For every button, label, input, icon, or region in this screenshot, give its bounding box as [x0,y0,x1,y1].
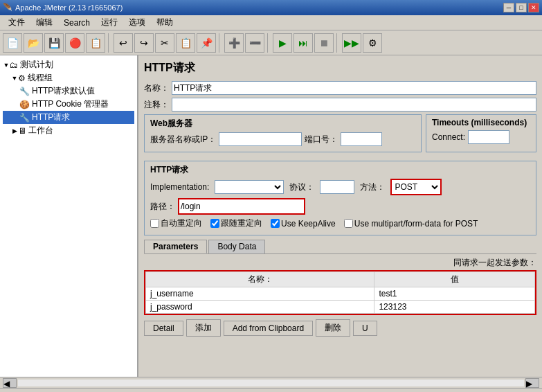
expand-icon-3[interactable]: ▶ [11,127,18,134]
toolbar-sep1 [108,33,111,53]
server-label: 服务器名称或IP： [150,134,216,145]
toolbar-redo[interactable]: ↪ [134,33,154,53]
hscrollbar[interactable]: ◀ ▶ [0,377,542,388]
expand-icon[interactable]: ▼ [3,62,10,69]
impl-select[interactable] [215,180,284,194]
http-defaults-icon: 🔧 [19,87,30,96]
timeouts-title: Timeouts (milliseconds) [432,118,530,127]
connect-input[interactable] [468,130,509,144]
name-row: 名称： [144,81,536,95]
toolbar-sep2 [219,33,222,53]
menu-options[interactable]: 选项 [123,15,151,30]
port-label: 端口号： [305,134,338,145]
checkbox-keepalive[interactable]: Use KeepAlive [271,219,336,229]
add-button[interactable]: 添加 [186,319,221,337]
tree-label-workbench: 工作台 [28,125,53,136]
keepalive-label: Use KeepAlive [281,219,336,229]
protocol-input[interactable] [320,180,354,194]
params-table: 名称： 值 j_username test1 j_password 123123 [145,271,535,314]
name-label: 名称： [144,82,169,94]
maximize-button[interactable]: □ [516,3,527,12]
add-from-clipboard-button[interactable]: Add from Clipboard [224,321,313,336]
redirect-checkbox[interactable] [150,219,159,228]
scroll-right-btn[interactable]: ▶ [525,378,539,388]
path-input[interactable] [179,199,304,213]
tree-item-http-request[interactable]: 🔧 HTTP请求 [3,111,134,124]
thread-group-icon: ⚙ [18,73,26,83]
menu-edit[interactable]: 编辑 [30,15,58,30]
connect-row: Connect: [432,130,530,144]
server-input[interactable] [219,132,302,146]
tree-item-cookie-manager[interactable]: 🍪 HTTP Cookie 管理器 [3,98,134,111]
toolbar-copy[interactable]: 📋 [176,33,195,53]
menu-search[interactable]: Search [58,17,96,29]
cookie-icon: 🍪 [19,100,30,109]
follow-redirect-checkbox[interactable] [210,219,219,228]
tree-item-http-defaults[interactable]: 🔧 HTTP请求默认值 [3,84,134,98]
statusbar: 微信号：tester-master [0,388,542,392]
checkbox-multipart[interactable]: Use multipart/form-data for POST [344,219,478,229]
content-panel: HTTP请求 名称： 注释： Web服务器 服务器名称或IP： 端口号： [138,55,542,377]
tab-body-data[interactable]: Body Data [208,240,265,253]
scrollbar-track [18,380,524,386]
scroll-left-btn[interactable]: ◀ [3,378,17,388]
toolbar-run-all[interactable]: ⏭ [293,33,313,53]
checkbox-row: 自动重定向 跟随重定向 Use KeepAlive Use multipart/… [150,217,530,229]
toolbar-add[interactable]: ➕ [224,33,244,53]
toolbar-save[interactable]: 💾 [44,33,64,53]
port-input[interactable] [341,132,382,146]
row2-name: j_password [146,301,374,314]
follow-redirect-label: 跟随重定向 [221,217,262,229]
method-box: POST GET [390,179,442,195]
workbench-icon: 🖥 [18,126,26,136]
toolbar-cut[interactable]: ✂ [155,33,174,53]
impl-row: Implementation: 协议： 方法： POST GET [150,179,530,195]
comment-input[interactable] [172,98,536,112]
path-label: 路径： [150,201,175,213]
toolbar-remove[interactable]: ➖ [245,33,264,53]
close-button[interactable]: ✕ [528,3,539,12]
toolbar-record[interactable]: 🔴 [65,33,84,53]
timeouts-section: Timeouts (milliseconds) Connect: [426,114,536,152]
params-subtitle: 同请求一起发送参数： [144,257,536,269]
comment-row: 注释： [144,98,536,112]
tab-parameters[interactable]: Parameters [144,240,207,253]
toolbar-paste[interactable]: 📌 [197,33,216,53]
comment-label: 注释： [144,99,169,111]
method-select[interactable]: POST GET [392,180,440,194]
toolbar-more1[interactable]: ⚙ [363,33,382,53]
toolbar-stop[interactable]: ⏹ [314,33,334,53]
tree-label-thread-group: 线程组 [28,72,53,84]
http-request-title: HTTP请求 [150,164,530,176]
menu-run[interactable]: 运行 [96,15,123,30]
test-plan-icon: 🗂 [10,60,18,70]
tree-item-workbench[interactable]: ▶ 🖥 工作台 [3,124,134,137]
detail-button[interactable]: Detail [144,321,183,336]
keepalive-checkbox[interactable] [271,219,280,228]
minimize-button[interactable]: ─ [503,3,514,12]
expand-icon-2[interactable]: ▼ [11,75,18,82]
menu-help[interactable]: 帮助 [151,15,179,30]
impl-label: Implementation: [150,182,209,192]
tree-item-thread-group[interactable]: ▼ ⚙ 线程组 [3,71,134,84]
toolbar-new[interactable]: 📄 [3,33,22,53]
multipart-checkbox[interactable] [344,219,353,228]
toolbar-save2[interactable]: 📋 [86,33,105,53]
toolbar-undo[interactable]: ↩ [114,33,133,53]
tree-label-cookie-manager: HTTP Cookie 管理器 [32,98,109,110]
toolbar-remote-run[interactable]: ▶▶ [342,33,361,53]
checkbox-follow-redirect[interactable]: 跟随重定向 [210,217,262,229]
web-server-section: Web服务器 服务器名称或IP： 端口号： [144,114,422,152]
toolbar-run[interactable]: ▶ [273,33,292,53]
tree-label-http-request: HTTP请求 [32,112,70,123]
params-section: 名称： 值 j_username test1 j_password 123123 [144,270,536,315]
app-icon: 🪶 [3,3,12,12]
menu-file[interactable]: 文件 [3,15,30,30]
delete-button[interactable]: 删除 [316,319,350,337]
name-input[interactable] [172,81,536,95]
tree-item-test-plan[interactable]: ▼ 🗂 测试计划 [3,58,134,71]
multipart-label: Use multipart/form-data for POST [354,219,478,229]
toolbar-open[interactable]: 📂 [24,33,43,53]
up-button[interactable]: U [353,321,377,336]
checkbox-redirect[interactable]: 自动重定向 [150,217,202,229]
